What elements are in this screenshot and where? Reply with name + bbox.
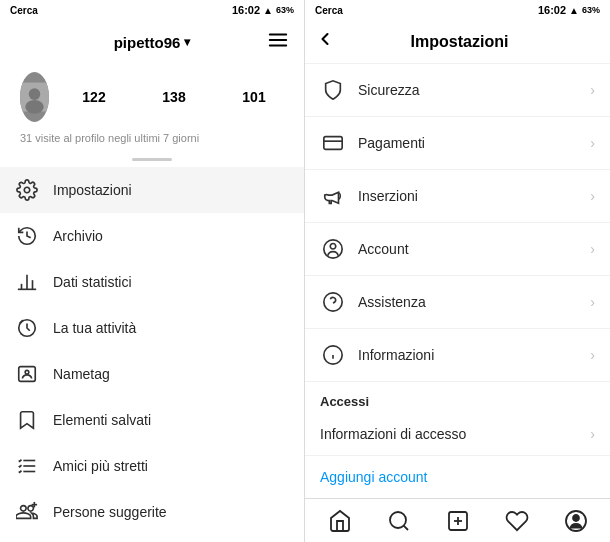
menu-icon[interactable]: [267, 29, 289, 56]
right-wifi-icon: ▲: [569, 5, 579, 16]
settings-assistenza-label: Assistenza: [358, 294, 590, 310]
svg-point-34: [573, 515, 579, 521]
question-circle-icon: [320, 289, 346, 315]
svg-point-5: [25, 100, 44, 114]
left-panel: Cerca 16:02 ▲ 63% pipetto96 ▾: [0, 0, 305, 542]
nav-home[interactable]: [318, 499, 362, 543]
drag-handle: [132, 158, 172, 161]
left-wifi-icon: ▲: [263, 5, 273, 16]
svg-point-28: [390, 512, 406, 528]
back-button[interactable]: [315, 29, 335, 55]
left-battery: 63%: [276, 5, 294, 15]
sidebar-item-amici-stretti-label: Amici più stretti: [53, 458, 148, 474]
svg-line-29: [403, 525, 407, 529]
accessi-section-header: Accessi: [305, 382, 610, 413]
svg-point-22: [330, 244, 336, 250]
settings-item-inserzioni[interactable]: Inserzioni ›: [305, 170, 610, 223]
chevron-right-icon: ›: [590, 188, 595, 204]
chevron-down-icon: ▾: [184, 35, 190, 49]
right-status-icons: 16:02 ▲ 63%: [538, 4, 600, 16]
left-username: pipetto96: [114, 34, 181, 51]
chevron-right-icon: ›: [590, 294, 595, 310]
chevron-right-icon: ›: [590, 347, 595, 363]
settings-item-pagamenti[interactable]: Pagamenti ›: [305, 117, 610, 170]
chevron-right-icon: ›: [590, 426, 595, 442]
settings-list: Sicurezza › Pagamenti › Inserzioni: [305, 64, 610, 498]
avatar: [20, 72, 49, 122]
sidebar-item-impostazioni[interactable]: Impostazioni: [0, 167, 304, 213]
person-plus-icon: [15, 500, 39, 524]
settings-title: Impostazioni: [343, 33, 576, 51]
list-star-icon: [15, 454, 39, 478]
left-menu: Impostazioni Archivio Dat: [0, 163, 304, 542]
settings-pagamenti-label: Pagamenti: [358, 135, 590, 151]
sidebar-item-persone-suggerite[interactable]: Persone suggerite: [0, 489, 304, 535]
sidebar-item-nametag[interactable]: Nametag: [0, 351, 304, 397]
credit-card-icon: [320, 130, 346, 156]
svg-point-4: [29, 88, 41, 100]
stat-followers: 138: [144, 89, 204, 105]
settings-sicurezza-label: Sicurezza: [358, 82, 590, 98]
chevron-right-icon: ›: [590, 241, 595, 257]
left-signal: Cerca: [10, 5, 38, 16]
svg-point-6: [24, 187, 30, 193]
settings-item-sicurezza[interactable]: Sicurezza ›: [305, 64, 610, 117]
sidebar-item-nametag-label: Nametag: [53, 366, 110, 382]
profile-views-text: 31 visite al profilo negli ultimi 7 gior…: [20, 132, 199, 144]
settings-item-informazioni[interactable]: Informazioni ›: [305, 329, 610, 382]
sidebar-item-elementi-salvati[interactable]: Elementi salvati: [0, 397, 304, 443]
settings-account-label: Account: [358, 241, 590, 257]
nav-add[interactable]: [436, 499, 480, 543]
settings-inserzioni-label: Inserzioni: [358, 188, 590, 204]
svg-point-13: [25, 370, 29, 374]
left-status-bar: Cerca 16:02 ▲ 63%: [0, 0, 304, 20]
sidebar-item-archivio-label: Archivio: [53, 228, 103, 244]
sidebar-item-elementi-salvati-label: Elementi salvati: [53, 412, 151, 428]
left-status-icons: 16:02 ▲ 63%: [232, 4, 294, 16]
stat-following: 101: [224, 89, 284, 105]
sidebar-item-amici-stretti[interactable]: Amici più stretti: [0, 443, 304, 489]
person-circle-icon: [320, 236, 346, 262]
svg-point-23: [324, 293, 342, 311]
info-circle-icon: [320, 342, 346, 368]
gear-icon: [15, 178, 39, 202]
profile-info: 122 138 101 31 visite al profilo negli u…: [0, 64, 304, 154]
sidebar-item-dati-statistici-label: Dati statistici: [53, 274, 132, 290]
shield-icon: [320, 77, 346, 103]
right-panel: Cerca 16:02 ▲ 63% Impostazioni Sicurezza…: [305, 0, 610, 542]
svg-rect-19: [324, 137, 342, 150]
sidebar-item-persone-suggerite-label: Persone suggerite: [53, 504, 167, 520]
nav-search[interactable]: [377, 499, 421, 543]
sidebar-item-dati-statistici[interactable]: Dati statistici: [0, 259, 304, 305]
right-time: 16:02: [538, 4, 566, 16]
sidebar-item-archivio[interactable]: Archivio: [0, 213, 304, 259]
right-battery: 63%: [582, 5, 600, 15]
activity-clock-icon: [15, 316, 39, 340]
clock-rotate-icon: [15, 224, 39, 248]
bookmark-icon: [15, 408, 39, 432]
stat-posts: 122: [64, 89, 124, 105]
left-time: 16:02: [232, 4, 260, 16]
settings-item-aggiungi-account[interactable]: Aggiungi account: [305, 456, 610, 498]
right-signal: Cerca: [315, 5, 343, 16]
right-status-bar: Cerca 16:02 ▲ 63%: [305, 0, 610, 20]
sidebar-item-impostazioni-label: Impostazioni: [53, 182, 132, 198]
sidebar-item-attivita-label: La tua attività: [53, 320, 136, 336]
bottom-nav: [305, 498, 610, 542]
settings-aggiungi-account-label: Aggiungi account: [320, 469, 595, 485]
nametag-icon: [15, 362, 39, 386]
sidebar-item-attivita[interactable]: La tua attività: [0, 305, 304, 351]
left-username-container[interactable]: pipetto96 ▾: [114, 34, 191, 51]
nav-profile[interactable]: [554, 499, 598, 543]
chevron-right-icon: ›: [590, 135, 595, 151]
right-header: Impostazioni: [305, 20, 610, 64]
left-header: pipetto96 ▾: [0, 20, 304, 64]
settings-informazioni-label: Informazioni: [358, 347, 590, 363]
chevron-right-icon: ›: [590, 82, 595, 98]
settings-item-info-accesso[interactable]: Informazioni di accesso ›: [305, 413, 610, 456]
nav-heart[interactable]: [495, 499, 539, 543]
settings-item-assistenza[interactable]: Assistenza ›: [305, 276, 610, 329]
settings-item-account[interactable]: Account ›: [305, 223, 610, 276]
megaphone-icon: [320, 183, 346, 209]
settings-info-accesso-label: Informazioni di accesso: [320, 426, 590, 442]
